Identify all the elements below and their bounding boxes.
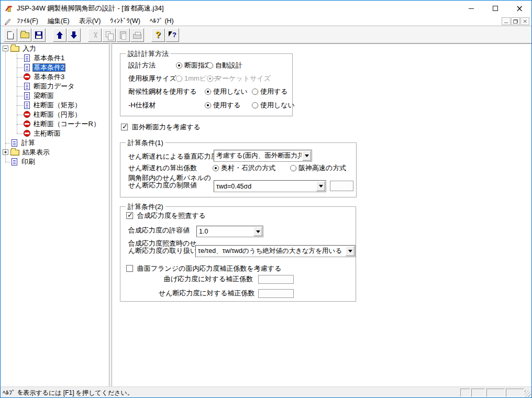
open-file-button[interactable] [18, 28, 31, 42]
shear-lag-stress-dropdown[interactable]: 考慮する(面内、面外断面力共) [214, 150, 312, 162]
maximize-button[interactable] [483, 1, 507, 16]
tree-item-calculation[interactable]: 計算 [1, 138, 109, 148]
no-entry-icon [24, 120, 30, 127]
tree-item-print[interactable]: 印刷 [1, 157, 109, 167]
chevron-down-icon[interactable] [253, 227, 262, 236]
tree-connector-line [17, 77, 23, 78]
radio-weathering-no[interactable] [205, 89, 211, 95]
radio-h-spec-no[interactable] [252, 102, 258, 108]
help-button[interactable]: ? [151, 28, 165, 42]
close-button[interactable]: × [507, 1, 531, 16]
no-entry-icon [24, 111, 30, 118]
tree-item-beam-section[interactable]: 梁断面 [1, 91, 109, 101]
chevron-down-icon[interactable] [316, 181, 325, 191]
dropdown-value: 1.0 [197, 228, 253, 235]
menu-view[interactable]: 表示(V) [74, 17, 106, 26]
tree-item-section-force[interactable]: 断面力データ [1, 82, 109, 91]
mdi-restore-button[interactable] [511, 17, 520, 25]
radio-hanshin-expressway[interactable] [290, 165, 296, 171]
paste-icon [120, 31, 126, 39]
verify-composite-label[interactable]: 合成応力度を照査する [137, 212, 206, 220]
new-document-button[interactable] [4, 28, 17, 42]
allowable-value-dropdown[interactable]: 1.0 [196, 226, 263, 237]
expand-icon[interactable] [3, 149, 8, 155]
down-arrow-icon [71, 31, 77, 39]
app-icon [5, 4, 13, 13]
radio-okumura-ishizawa[interactable] [213, 165, 219, 171]
radio-label[interactable]: 使用する [260, 87, 288, 96]
tree-connector-line [17, 115, 23, 115]
verify-composite-checkbox[interactable] [126, 212, 133, 219]
titlebar[interactable]: JSP-34W 鋼製橋脚隅角部の設計 - [首都高速.j34] × [1, 1, 531, 16]
status-panel [471, 389, 485, 397]
tree-connector-line [5, 162, 10, 162]
save-file-button[interactable] [32, 28, 46, 42]
menu-window[interactable]: ｳｨﾝﾄﾞｳ(W) [105, 17, 145, 25]
radio-label[interactable]: 使用しない [213, 87, 248, 96]
menubar: ﾌｧｲﾙ(F) 編集(E) 表示(V) ｳｨﾝﾄﾞｳ(W) ﾍﾙﾌﾟ (H) × [1, 16, 531, 26]
radio-section-specified[interactable] [176, 62, 182, 69]
collapse-icon[interactable] [3, 46, 8, 51]
tree-item-results[interactable]: 結果表示 [1, 148, 109, 157]
navigation-tree: 入力 基本条件1 基本条件2 基本条件3 [1, 44, 109, 386]
tree-item-basic2-selected[interactable]: 基本条件2 [1, 63, 109, 72]
minimize-button[interactable] [459, 1, 483, 16]
shear-handling-dropdown[interactable]: τe/τed、τw/τwdのうち絶対値の大きな方を用いる [195, 245, 356, 257]
radio-weathering-yes[interactable] [252, 89, 258, 95]
resize-grip[interactable] [524, 390, 531, 397]
radio-label: マーケットサイズ [215, 74, 271, 83]
context-help-button[interactable]: ? [165, 28, 179, 42]
tree-item-main-girder[interactable]: 主桁断面 [1, 129, 109, 138]
shear-factor-field [258, 289, 294, 298]
tree-item-label: 印刷 [20, 158, 36, 166]
window-controls: × [459, 1, 531, 16]
tree-item-label: 基本条件3 [32, 73, 65, 81]
question-mark-icon: ? [156, 31, 161, 39]
calc-condition2-group: 計算条件(2) 合成応力度を照査する 合成応力度の許容値 1.0 合成応力度照査… [120, 206, 356, 302]
chevron-down-icon[interactable] [346, 246, 354, 256]
statusbar: ﾍﾙﾌﾟ を表示するには [F1] を押してください。 [1, 386, 531, 397]
bending-factor-label: 曲げ応力度に対する補正係数 [164, 275, 253, 283]
document-icon [12, 158, 17, 165]
radio-h-spec-yes[interactable] [205, 102, 211, 108]
document-icon [24, 64, 30, 71]
tree-item-basic1[interactable]: 基本条件1 [1, 53, 109, 63]
tree-item-column-cornerR[interactable]: 柱断面（コーナーR） [1, 119, 109, 129]
tree-item-column-circle[interactable]: 柱断面（円形） [1, 110, 109, 119]
chevron-down-icon[interactable] [302, 151, 311, 161]
curved-flange-checkbox[interactable] [126, 265, 133, 272]
panel-limit-dropdown[interactable]: τwd=0.45σd [214, 180, 326, 192]
move-up-button[interactable] [53, 28, 66, 42]
radio-label[interactable]: 奥村・石沢の方式 [221, 164, 275, 172]
tree-item-column-rect[interactable]: 柱断面（矩形） [1, 101, 109, 110]
menu-file[interactable]: ﾌｧｲﾙ(F) [12, 17, 43, 25]
minimize-icon [469, 8, 474, 9]
restore-icon [513, 19, 518, 24]
allowable-value-label: 合成応力度の許容値 [128, 226, 190, 235]
out-of-plane-label[interactable]: 面外断面力を考慮する [132, 123, 201, 131]
move-down-button[interactable] [67, 28, 81, 42]
mdi-minimize-button[interactable] [502, 17, 511, 25]
tree-item-basic3[interactable]: 基本条件3 [1, 72, 109, 82]
mdi-window-controls: × [502, 17, 529, 25]
form-panel: 設計計算方法 設計方法 断面指定 自動設計 使用板厚サイズ 1mmピッチ マーケ… [112, 43, 531, 387]
paste-button [116, 28, 130, 42]
mdi-close-button[interactable]: × [520, 17, 529, 25]
tree-connector-line [17, 68, 23, 68]
group-title: 計算条件(2) [126, 202, 165, 212]
out-of-plane-checkbox[interactable] [121, 124, 128, 130]
tree-connector-line [17, 124, 23, 125]
up-arrow-icon [57, 31, 63, 39]
radio-label[interactable]: 自動設計 [215, 61, 242, 70]
menu-edit[interactable]: 編集(E) [43, 17, 74, 26]
no-entry-icon [24, 130, 30, 137]
tree-item-input[interactable]: 入力 [1, 44, 109, 53]
curved-flange-label[interactable]: 曲面フランジの面内応力度補正係数を考慮する [137, 264, 281, 273]
radio-label[interactable]: 使用する [213, 101, 241, 109]
radio-label[interactable]: 阪神高速の方式 [298, 164, 346, 172]
dropdown-value: τwd=0.45σd [214, 183, 316, 190]
radio-auto-design[interactable] [207, 62, 213, 69]
menu-help[interactable]: ﾍﾙﾌﾟ (H) [145, 17, 179, 25]
document-icon [24, 83, 30, 90]
radio-label[interactable]: 使用しない [260, 101, 295, 109]
